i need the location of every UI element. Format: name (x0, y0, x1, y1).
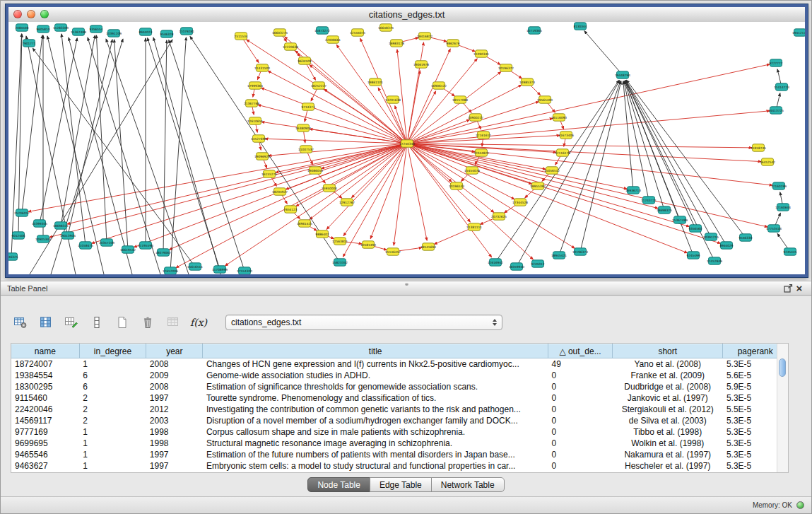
graph-node[interactable]: 12616942 (488, 259, 503, 266)
table-cell[interactable]: Disruption of a novel member of a sodium… (203, 415, 548, 426)
graph-node[interactable]: 18545693 (420, 243, 436, 250)
column-header[interactable]: year (146, 344, 203, 358)
graph-edge[interactable] (40, 38, 77, 223)
table-cell[interactable]: Structural magnetic resonance image aver… (203, 438, 548, 449)
graph-node[interactable]: 18204927 (272, 188, 288, 195)
table-cell[interactable]: 2012 (146, 404, 203, 415)
table-cell[interactable]: 22420046 (11, 404, 79, 415)
table-cell[interactable]: Yano et al. (2008) (613, 358, 723, 370)
column-header[interactable]: title (203, 344, 548, 358)
column-header[interactable]: △ out_de... (548, 344, 613, 358)
graph-node[interactable]: 12544075 (350, 29, 365, 36)
table-cell[interactable]: 1997 (146, 460, 203, 472)
table-cell[interactable]: Embryonic stem cells: a model to study s… (203, 460, 548, 472)
graph-node[interactable]: 14985373 (519, 78, 535, 86)
graph-node[interactable]: 10581490 (360, 241, 376, 248)
table-cell[interactable]: Genome-wide association studies in ADHD. (203, 370, 548, 381)
graph-node[interactable]: 15146457 (385, 248, 401, 255)
graph-node[interactable]: 22044821 (473, 149, 489, 156)
graph-node[interactable]: 12160644 (775, 204, 791, 211)
graph-node[interactable]: 19096924 (254, 153, 270, 160)
graph-node[interactable]: 18945421 (551, 252, 567, 259)
show-columns-icon[interactable] (37, 315, 54, 330)
graph-node[interactable]: 11007537 (298, 146, 314, 153)
function-builder-icon[interactable]: f(x) (190, 315, 207, 330)
graph-node[interactable]: 9546330 (739, 234, 752, 241)
graph-node[interactable]: 13201638 (385, 96, 401, 103)
table-cell[interactable]: 9777169 (11, 426, 79, 438)
graph-node[interactable]: 9227772 (769, 59, 782, 66)
network-canvas[interactable]: 1724034025115341660327412220638963450911… (8, 22, 805, 274)
graph-node[interactable]: 20357209 (99, 239, 114, 246)
graph-node[interactable]: 9245012 (531, 260, 544, 267)
table-row[interactable]: 1872400712008Changes of HCN gene express… (11, 358, 788, 370)
graph-node[interactable]: 18079067 (155, 249, 171, 256)
graph-node[interactable]: 12160199 (771, 182, 787, 189)
graph-node[interactable]: 11673406 (558, 132, 574, 139)
graph-node[interactable]: 18698321 (53, 222, 69, 229)
graph-edge[interactable] (134, 144, 407, 247)
table-cell[interactable]: Dudbridge et al. (2008) (613, 381, 723, 392)
graph-node[interactable]: 17554300 (237, 267, 252, 274)
table-cell[interactable]: 9465546 (11, 449, 79, 460)
graph-node[interactable]: 15056512 (544, 167, 560, 174)
graph-edge[interactable] (225, 144, 407, 266)
graph-node[interactable]: 9245499 (686, 252, 700, 259)
graph-node[interactable]: 12652006 (163, 267, 178, 274)
table-cell[interactable]: 1 (79, 438, 146, 449)
graph-node[interactable]: 8944023 (139, 28, 152, 35)
table-cell[interactable]: 49 (548, 358, 613, 370)
graph-node[interactable]: 15950004 (322, 185, 337, 192)
graph-node[interactable]: 16619542 (120, 246, 136, 253)
graph-node[interactable]: 12161612 (476, 132, 491, 139)
graph-node[interactable]: 12610651 (247, 117, 263, 124)
graph-node[interactable]: 16603274 (272, 29, 288, 36)
table-cell[interactable]: 19384554 (11, 370, 79, 381)
table-cell[interactable]: Tourette syndrome. Phenomenology and cla… (203, 392, 548, 404)
graph-node[interactable]: 10196533 (449, 182, 464, 189)
table-cell[interactable]: de Silva et al. (2003) (613, 415, 723, 426)
graph-edge[interactable] (310, 65, 407, 144)
table-cell[interactable]: 1997 (146, 392, 203, 404)
table-cell[interactable]: 0 (548, 460, 613, 472)
graph-edge[interactable] (69, 37, 132, 274)
table-cell[interactable]: Nakamura et al. (1997) (613, 449, 723, 460)
graph-node[interactable]: 11743721 (641, 197, 657, 204)
graph-node[interactable]: 12563811 (332, 238, 348, 245)
graph-edge[interactable] (407, 144, 772, 185)
table-row[interactable]: 946362711997Embryonic stem cells: a mode… (11, 460, 788, 472)
graph-node[interactable]: 10391215 (703, 233, 719, 240)
graph-node[interactable]: 19086053 (307, 167, 323, 174)
graph-node[interactable]: 16906122 (431, 82, 447, 89)
new-table-icon[interactable] (114, 315, 131, 330)
graph-node[interactable]: 9714373 (301, 103, 314, 110)
table-cell[interactable]: Changes of HCN gene expression and I(f) … (203, 358, 548, 370)
graph-node[interactable]: 7654123 (283, 206, 297, 213)
graph-node[interactable]: 9356560 (688, 225, 702, 232)
close-window-button[interactable] (13, 10, 22, 18)
graph-node[interactable]: 10399305 (32, 220, 47, 227)
table-cell[interactable]: Wolkin et al. (1998) (613, 438, 723, 449)
table-cell[interactable]: 18300295 (11, 381, 79, 392)
table-cell[interactable]: 0 (548, 381, 613, 392)
graph-node[interactable]: 11058475 (78, 242, 93, 249)
tab-edge-table[interactable]: Edge Table (370, 477, 432, 492)
graph-node[interactable]: 18157088 (452, 96, 468, 103)
graph-node[interactable]: 11414723 (774, 83, 789, 90)
graph-node[interactable]: 14413725 (768, 107, 784, 114)
graph-node[interactable]: 19061978 (413, 61, 429, 68)
table-selector-dropdown[interactable]: citations_edges.txt (225, 315, 502, 330)
graph-edge[interactable] (559, 81, 620, 255)
graph-node[interactable]: 12116179 (555, 149, 570, 156)
network-window-titlebar[interactable]: citations_edges.txt (8, 7, 805, 23)
graph-edge[interactable] (61, 35, 95, 226)
graph-node[interactable]: 8130344 (573, 23, 587, 30)
panel-divider-handle[interactable] (405, 283, 408, 286)
tab-network-table[interactable]: Network Table (431, 477, 505, 492)
graph-node[interactable]: 10900227 (468, 114, 483, 121)
graph-node[interactable]: 9356554 (89, 25, 102, 33)
graph-node[interactable]: 22008661 (325, 36, 341, 43)
table-cell[interactable]: 0 (548, 404, 613, 415)
table-cell[interactable]: 0 (548, 438, 613, 449)
graph-edge[interactable] (268, 71, 407, 144)
